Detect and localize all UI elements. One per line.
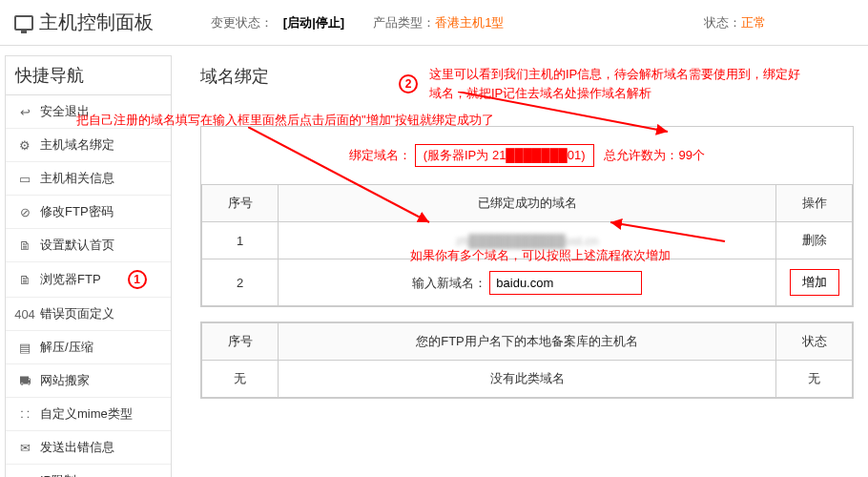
sidebar-item-label: 自定义mime类型 <box>40 405 133 423</box>
sidebar-item-label: 发送出错信息 <box>40 439 114 456</box>
nav-icon: ↩ <box>17 104 32 119</box>
annotation-3: 如果你有多个域名，可以按照上述流程依次增加 <box>410 246 792 265</box>
annotation-1: 把自己注册的域名填写在输入框里面然后点击后面的"增加"按钮就绑定成功了 <box>76 111 506 130</box>
add-button[interactable]: 增加 <box>790 269 839 296</box>
sidebar-item-8[interactable]: ⛟网站搬家 <box>6 364 171 398</box>
th-sn: 序号 <box>202 185 279 222</box>
status-badge: 正常 <box>741 15 766 30</box>
annotation-badge-1: 1 <box>128 270 147 289</box>
nav-icon: 🗎 <box>17 238 32 253</box>
main-content: 域名绑定 2 这里可以看到我们主机的IP信息，待会解析域名需要使用到，绑定好域名… <box>172 46 868 477</box>
sidebar-item-5[interactable]: 🗎浏览器FTP1 <box>6 262 171 298</box>
sidebar-item-label: 修改FTP密码 <box>40 203 114 220</box>
sidebar-item-4[interactable]: 🗎设置默认首页 <box>6 229 171 262</box>
nav-icon: ▤ <box>17 340 32 355</box>
sidebar-item-label: 错误页面定义 <box>40 305 114 322</box>
bind-info-row: 绑定域名： (服务器IP为 21███████01) 总允许数为：99个 <box>201 127 853 184</box>
ftp-domain-table: 序号 您的FTP用户名下的本地备案库的主机名 状态 无 没有此类域名 无 <box>201 322 853 398</box>
sidebar-item-label: 浏览器FTP <box>40 271 101 288</box>
nav-icon: ▭ <box>17 171 32 186</box>
product-type: 香港主机1型 <box>435 15 504 30</box>
th-op: 操作 <box>776 185 853 222</box>
sidebar-item-label: 设置默认首页 <box>40 237 114 254</box>
sidebar-item-2[interactable]: ▭主机相关信息 <box>6 162 171 196</box>
annotation-2: 这里可以看到我们主机的IP信息，待会解析域名需要使用到，绑定好域名，就把IP记住… <box>429 65 811 102</box>
sidebar-title: 快捷导航 <box>6 56 171 95</box>
nav-icon: 404 <box>17 306 32 321</box>
sidebar-item-label: 主机相关信息 <box>40 170 114 187</box>
monitor-icon <box>14 15 33 31</box>
sidebar-item-label: 主机域名绑定 <box>40 136 114 154</box>
nav-icon: ⛟ <box>17 373 32 388</box>
sidebar-item-9[interactable]: ⸬自定义mime类型 <box>6 398 171 431</box>
delete-button[interactable]: 删除 <box>802 233 827 247</box>
table-row: 2 输入新域名： 增加 <box>202 259 853 306</box>
sidebar-item-6[interactable]: 404错误页面定义 <box>6 298 171 331</box>
ftp-panel: 序号 您的FTP用户名下的本地备案库的主机名 状态 无 没有此类域名 无 <box>200 321 854 399</box>
sidebar-item-10[interactable]: ✉发送出错信息 <box>6 431 171 465</box>
header: 主机控制面板 变更状态： [启动|停止] 产品类型：香港主机1型 状态：正常 <box>0 0 868 46</box>
nav-icon: ⊘ <box>17 204 32 219</box>
sidebar-item-label: IP限制 <box>40 472 76 477</box>
sidebar-item-11[interactable]: ⊘IP限制 <box>6 465 171 477</box>
annotation-badge-2: 2 <box>399 74 418 93</box>
table-row: 无 没有此类域名 无 <box>202 361 853 398</box>
sidebar-item-7[interactable]: ▤解压/压缩 <box>6 331 171 364</box>
toggle-state[interactable]: [启动|停止] <box>283 15 344 30</box>
sidebar-item-label: 网站搬家 <box>40 372 90 389</box>
header-meta: 变更状态： [启动|停止] 产品类型：香港主机1型 状态：正常 <box>211 14 766 31</box>
page-title: 主机控制面板 <box>14 10 154 35</box>
sidebar-item-1[interactable]: ⚙主机域名绑定 <box>6 129 171 162</box>
nav-icon: 🗎 <box>17 272 32 287</box>
nav-icon: ⚙ <box>17 137 32 153</box>
sidebar-item-3[interactable]: ⊘修改FTP密码 <box>6 196 171 229</box>
nav-icon: ⊘ <box>17 473 32 477</box>
th-domain: 已绑定成功的域名 <box>279 185 776 222</box>
nav-icon: ⸬ <box>17 406 32 422</box>
bound-domain-table: 序号 已绑定成功的域名 操作 1 zh███████████ost.cn 删除 … <box>201 184 853 306</box>
domain-panel: 绑定域名： (服务器IP为 21███████01) 总允许数为：99个 序号 … <box>200 126 854 307</box>
new-domain-input[interactable] <box>489 271 642 295</box>
sidebar-item-label: 解压/压缩 <box>40 339 93 356</box>
nav-icon: ✉ <box>17 440 32 455</box>
